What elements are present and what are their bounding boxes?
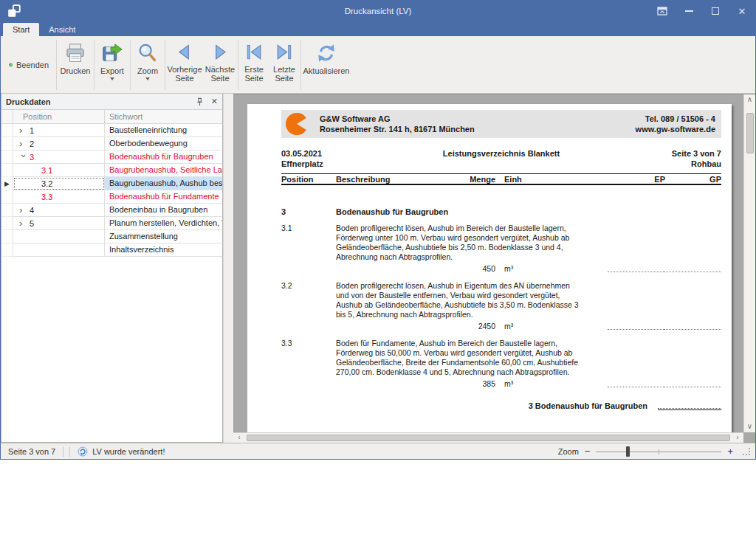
export-button[interactable]: Export xyxy=(95,38,129,91)
doc-qty-row: 2450m³ xyxy=(281,322,721,333)
screen: Druckansicht (LV) ✕ Start Ansicht Beende… xyxy=(0,0,756,560)
einheit-value: m³ xyxy=(504,264,513,274)
naechste-seite-button[interactable]: Nächste Seite xyxy=(203,38,237,91)
gp-placeholder xyxy=(664,379,721,387)
scroll-left-icon[interactable]: ‹ xyxy=(233,432,245,443)
chevron-right-icon[interactable]: › xyxy=(19,205,30,215)
stichwort-value[interactable]: Zusammenstellung xyxy=(105,230,222,243)
column-header-stichwort[interactable]: Stichwort xyxy=(105,110,222,123)
doc-description: Boden profilgerecht lösen, Aushub im Ber… xyxy=(336,224,583,262)
stichwort-value[interactable]: Oberbodenbewegung xyxy=(105,137,222,151)
chevron-right-icon[interactable]: › xyxy=(19,139,30,149)
tree-cell-position[interactable]: 3.2 xyxy=(13,177,105,190)
grid-gutter-header xyxy=(1,110,13,123)
row-indicator xyxy=(1,151,13,164)
stichwort-value[interactable]: Bodenaushub für Fundamente xyxy=(105,190,222,204)
doc-page-number: Seite 3 von 7 xyxy=(560,148,721,159)
tree-row[interactable]: 3.3Bodenaushub für Fundamente xyxy=(1,190,222,204)
stichwort-value[interactable]: Baustelleneinrichtung xyxy=(105,124,222,137)
beenden-button[interactable]: Beenden xyxy=(2,38,55,91)
zoom-slider-thumb[interactable] xyxy=(626,446,630,457)
tree-cell-position[interactable]: ›4 xyxy=(13,204,105,217)
panel-title: Druckdaten xyxy=(6,97,51,106)
naechste-seite-label: Nächste Seite xyxy=(203,65,237,83)
panel-close-icon[interactable]: ✕ xyxy=(211,97,218,106)
resize-grip[interactable] xyxy=(742,447,751,456)
scroll-down-icon[interactable]: ∨ xyxy=(744,421,756,432)
ribbon: Beenden Drucken Export xyxy=(1,36,755,94)
doc-item-row: 3.2Boden profilgerecht lösen, Aushub in … xyxy=(281,281,721,319)
gp-placeholder xyxy=(664,322,721,330)
zoom-out-button[interactable]: − xyxy=(585,446,591,457)
zoom-label: Zoom xyxy=(137,66,158,75)
stichwort-value[interactable]: Planum herstellen, Verdichten, Verf... xyxy=(105,217,222,230)
tree-cell-position[interactable]: ›5 xyxy=(13,217,105,230)
gw-logo-icon xyxy=(284,111,309,136)
chevron-down-icon[interactable]: › xyxy=(18,154,29,165)
ep-placeholder xyxy=(608,379,665,387)
document-letterhead: G&W Software AG Rosenheimer Str. 141 h, … xyxy=(281,110,721,138)
aktualisieren-button[interactable]: Aktualisieren xyxy=(302,38,351,91)
row-indicator xyxy=(1,164,13,177)
col-position: Position xyxy=(281,175,313,184)
erste-seite-button[interactable]: Erste Seite xyxy=(239,38,269,91)
grid-header: Position Stichwort xyxy=(1,110,222,124)
chevron-down-icon xyxy=(145,77,150,80)
panel-splitter[interactable] xyxy=(223,94,233,443)
druckdaten-panel-header: Druckdaten ✕ xyxy=(1,94,222,110)
doc-item-row: 3.1Boden profilgerecht lösen, Aushub im … xyxy=(281,224,721,262)
tab-start[interactable]: Start xyxy=(3,23,39,36)
row-indicator: ▶ xyxy=(1,177,13,190)
vertical-scroll-thumb[interactable] xyxy=(746,113,754,153)
doc-description: Boden für Fundamente, Aushub im Bereich … xyxy=(336,339,583,377)
vorherige-seite-button[interactable]: Vorherige Seite xyxy=(166,38,203,91)
vertical-scrollbar[interactable]: ∧ ∨ xyxy=(743,94,755,432)
tree-cell-position[interactable]: ›1 xyxy=(13,124,105,137)
zoom-slider[interactable] xyxy=(596,446,721,457)
stichwort-value[interactable]: Bodeneinbau in Baugruben xyxy=(105,204,222,217)
stichwort-value[interactable]: Inhaltsverzeichnis xyxy=(105,243,222,257)
zoom-in-button[interactable]: + xyxy=(727,446,733,457)
gp-sum-placeholder xyxy=(658,401,721,410)
stichwort-value[interactable]: Baugrubenaushub, Aushub beseitigen xyxy=(105,177,222,190)
doc-date: 03.05.2021 xyxy=(281,148,443,159)
statusbar-message: LV wurde verändert! xyxy=(92,447,165,456)
chevron-right-icon[interactable]: › xyxy=(19,125,30,136)
letzte-seite-button[interactable]: Letzte Seite xyxy=(269,38,300,91)
horizontal-scrollbar[interactable]: ‹ › xyxy=(233,432,743,443)
drucken-button[interactable]: Drucken xyxy=(58,38,93,91)
letzte-seite-label: Letzte Seite xyxy=(269,65,300,83)
pin-icon[interactable] xyxy=(196,97,204,106)
document-meta: 03.05.2021 Effnerplatz Leistungsverzeich… xyxy=(281,148,721,169)
tree-row[interactable]: Inhaltsverzeichnis xyxy=(1,243,222,257)
tree-row[interactable]: ›4Bodeneinbau in Baugruben xyxy=(1,204,222,217)
tree-row[interactable]: 3.1Baugrubenaushub, Seitliche Lagerung xyxy=(1,164,222,177)
tree-cell-position[interactable]: 3.3 xyxy=(13,190,105,204)
tab-ansicht[interactable]: Ansicht xyxy=(39,23,85,36)
tree-cell-position[interactable] xyxy=(13,230,105,243)
tree-row[interactable]: ▶3.2Baugrubenaushub, Aushub beseitigen xyxy=(1,177,222,190)
export-icon xyxy=(101,42,123,64)
vorherige-seite-label: Vorherige Seite xyxy=(166,65,203,83)
stichwort-value[interactable]: Baugrubenaushub, Seitliche Lagerung xyxy=(105,164,222,177)
tree-cell-position[interactable]: 3.1 xyxy=(13,164,105,177)
menge-value: 450 xyxy=(482,264,495,274)
tree-row[interactable]: ›2Oberbodenbewegung xyxy=(1,137,222,151)
tree-cell-position[interactable] xyxy=(13,243,105,257)
tree-cell-position[interactable]: ›3 xyxy=(13,151,105,164)
chevron-right-icon[interactable]: › xyxy=(19,218,30,229)
tree-row[interactable]: ›1Baustelleneinrichtung xyxy=(1,124,222,137)
horizontal-scroll-thumb[interactable] xyxy=(247,435,730,441)
tree-row[interactable]: ›3Bodenaushub für Baugruben xyxy=(1,151,222,164)
scroll-up-icon[interactable]: ∧ xyxy=(744,94,756,106)
arrow-right-icon xyxy=(210,42,230,63)
zoom-button[interactable]: Zoom xyxy=(131,38,164,91)
tree-row[interactable]: Zusammenstellung xyxy=(1,230,222,243)
row-indicator xyxy=(1,190,13,204)
tree-row[interactable]: ›5Planum herstellen, Verdichten, Verf... xyxy=(1,217,222,230)
stichwort-value[interactable]: Bodenaushub für Baugruben xyxy=(105,151,222,164)
position-value: 3.1 xyxy=(41,166,52,175)
scroll-right-icon[interactable]: › xyxy=(732,432,743,443)
tree-cell-position[interactable]: ›2 xyxy=(13,137,105,151)
column-header-position[interactable]: Position xyxy=(13,110,105,123)
